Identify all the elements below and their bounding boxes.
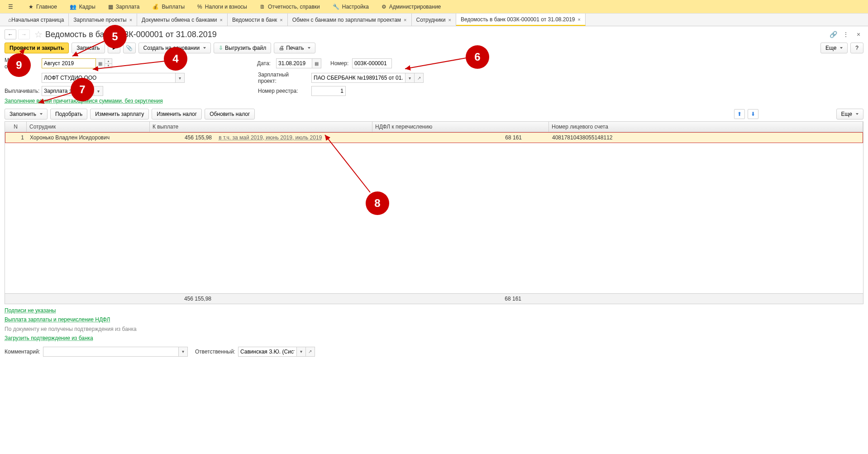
toolbar: Провести и закрыть Записать ▸ 📎 Создать …	[0, 43, 868, 56]
menu-admin[interactable]: ⚙Администрирование	[375, 4, 447, 10]
project-label: Зарплатный проект:	[258, 72, 309, 84]
dropdown-icon[interactable]: ▾	[179, 347, 188, 357]
tab-exchange[interactable]: Обмен с банками по зарплатным проектам×	[288, 14, 412, 26]
registry-input[interactable]	[311, 86, 346, 96]
callout-7: 7	[71, 78, 94, 101]
bottom-row: Комментарий: ▾ Ответственный: ▾ ↗	[0, 345, 868, 358]
menu-hamburger[interactable]: ☰	[2, 4, 22, 10]
move-down-button[interactable]: ⬇	[748, 109, 758, 119]
move-up-button[interactable]: ⬆	[734, 109, 745, 119]
print-icon: 🖨	[279, 45, 284, 51]
callout-9: 9	[7, 53, 31, 77]
status-area: Подписи не указаны Выплата зарплаты и пе…	[0, 304, 868, 345]
close-icon[interactable]: ×	[280, 17, 282, 23]
cell-n: 1	[5, 133, 27, 143]
menu-salary[interactable]: ▦Зарплата	[102, 4, 146, 10]
date-input[interactable]	[276, 58, 312, 68]
attach-button[interactable]: 📎	[123, 43, 136, 53]
dropdown-icon[interactable]: ▾	[94, 86, 103, 96]
paytype-label: Выплачивать:	[5, 88, 39, 94]
close-icon[interactable]: ×	[129, 17, 132, 23]
comment-input[interactable]	[43, 347, 179, 357]
change-salary-button[interactable]: Изменить зарплату	[90, 109, 149, 119]
doc-icon: 🗎	[260, 4, 265, 10]
pay-detail-link[interactable]: в т.ч. за май 2019, июнь 2019, июль 2019	[219, 134, 322, 141]
kebab-icon[interactable]: ⋮	[841, 29, 851, 39]
callout-4: 4	[164, 47, 187, 71]
tab-bankdocs[interactable]: Документы обмена с банками×	[137, 14, 228, 26]
close-icon[interactable]: ×	[404, 17, 406, 23]
change-tax-button[interactable]: Изменить налог	[152, 109, 202, 119]
month-stepper[interactable]: ▲▼	[105, 58, 112, 68]
project-input[interactable]	[311, 73, 405, 83]
hamburger-icon: ☰	[8, 4, 13, 10]
calendar-icon[interactable]: ▦	[96, 58, 105, 68]
footer-pay: 456 155,98	[153, 296, 211, 302]
open-icon[interactable]: ↗	[415, 73, 424, 83]
number-input[interactable]	[352, 58, 392, 68]
col-pay[interactable]: К выплате	[150, 122, 372, 132]
menu-payments[interactable]: 💰Выплаты	[146, 4, 191, 10]
window-close-icon[interactable]: ×	[854, 29, 863, 39]
close-icon[interactable]: ×	[578, 17, 581, 22]
date-label: Дата:	[257, 60, 273, 67]
responsible-input[interactable]	[238, 347, 297, 357]
more-button[interactable]: Еще	[820, 43, 848, 53]
back-button[interactable]: ←	[5, 29, 16, 39]
save-button[interactable]: Записать	[72, 43, 105, 53]
forward-button[interactable]: →	[18, 29, 30, 39]
table-row[interactable]: 1 Хоронько Владлен Исидорович 456 155,98…	[5, 132, 863, 143]
grid-more-button[interactable]: Еще	[836, 109, 863, 119]
col-account[interactable]: Номер лицевого счета	[549, 122, 863, 132]
page-header: ← → ☆ Ведомость в банк 00ЗК-000001 от 31…	[0, 26, 868, 43]
post-and-close-button[interactable]: Провести и закрыть	[5, 43, 69, 53]
open-icon[interactable]: ↗	[306, 347, 315, 357]
signatures-link[interactable]: Подписи не указаны	[5, 307, 56, 314]
people-icon: 👥	[70, 4, 76, 10]
tab-statements[interactable]: Ведомости в банк×	[228, 14, 288, 26]
col-employee[interactable]: Сотрудник	[27, 122, 150, 132]
data-grid: N Сотрудник К выплате НДФЛ к перечислени…	[5, 121, 863, 304]
tab-bar: ⌂ Начальная страница Зарплатные проекты×…	[0, 14, 868, 26]
tab-home[interactable]: ⌂ Начальная страница	[4, 14, 69, 26]
print-button[interactable]: 🖨Печать	[274, 43, 315, 53]
close-icon[interactable]: ×	[448, 17, 451, 23]
dropdown-icon[interactable]: ▾	[297, 347, 306, 357]
grid-header: N Сотрудник К выплате НДФЛ к перечислени…	[5, 122, 863, 132]
payout-link[interactable]: Выплата зарплаты и перечисление НДФЛ	[5, 316, 110, 323]
form-area: Месяц оплаты: ▦ ▲▼ Дата: ▦ Номер: ▾	[0, 56, 868, 107]
tab-current-doc[interactable]: Ведомость в банк 00ЗК-000001 от 31.08.20…	[456, 14, 586, 26]
tab-employees[interactable]: Сотрудники×	[412, 14, 456, 26]
link-icon[interactable]: 🔗	[828, 29, 838, 39]
fill-button[interactable]: Заполнить	[5, 109, 48, 119]
pick-button[interactable]: Подобрать	[50, 109, 87, 119]
dropdown-icon[interactable]: ▾	[176, 73, 185, 83]
paperclip-icon: 📎	[126, 45, 133, 51]
grid-body[interactable]: 1 Хоронько Владлен Исидорович 456 155,98…	[5, 132, 863, 293]
cell-pay: 456 155,98 в т.ч. за май 2019, июнь 2019…	[150, 133, 373, 143]
export-file-button[interactable]: ⇩Выгрузить файл	[214, 43, 271, 53]
menu-taxes[interactable]: %Налоги и взносы	[191, 4, 253, 10]
callout-6: 6	[466, 45, 489, 69]
menu-main[interactable]: ★Главное	[22, 4, 63, 10]
loadconfirm-link[interactable]: Загрузить подтверждение из банка	[5, 335, 93, 341]
main-menu-bar: ☰ ★Главное 👥Кадры ▦Зарплата 💰Выплаты %На…	[0, 0, 868, 14]
favorite-star-icon[interactable]: ☆	[34, 29, 43, 40]
dropdown-icon[interactable]: ▾	[405, 73, 415, 83]
grid-footer: 456 155,98 68 161	[5, 293, 863, 304]
cell-account: 40817810438055148112	[549, 133, 863, 143]
menu-reports[interactable]: 🗎Отчетность, справки	[253, 4, 326, 10]
org-input[interactable]	[42, 73, 176, 83]
calendar-icon[interactable]: ▦	[312, 58, 321, 68]
col-n[interactable]: N	[5, 122, 27, 132]
tab-projects[interactable]: Зарплатные проекты×	[69, 14, 137, 26]
menu-hr[interactable]: 👥Кадры	[63, 4, 102, 10]
registry-label: Номер реестра:	[258, 88, 309, 94]
calendar-icon: ▦	[108, 4, 113, 10]
help-button[interactable]: ?	[850, 43, 863, 53]
menu-settings[interactable]: 🔧Настройка	[326, 4, 375, 10]
col-ndfl[interactable]: НДФЛ к перечислению	[372, 122, 549, 132]
update-tax-button[interactable]: Обновить налог	[205, 109, 255, 119]
month-input[interactable]	[42, 58, 96, 68]
close-icon[interactable]: ×	[220, 17, 223, 23]
